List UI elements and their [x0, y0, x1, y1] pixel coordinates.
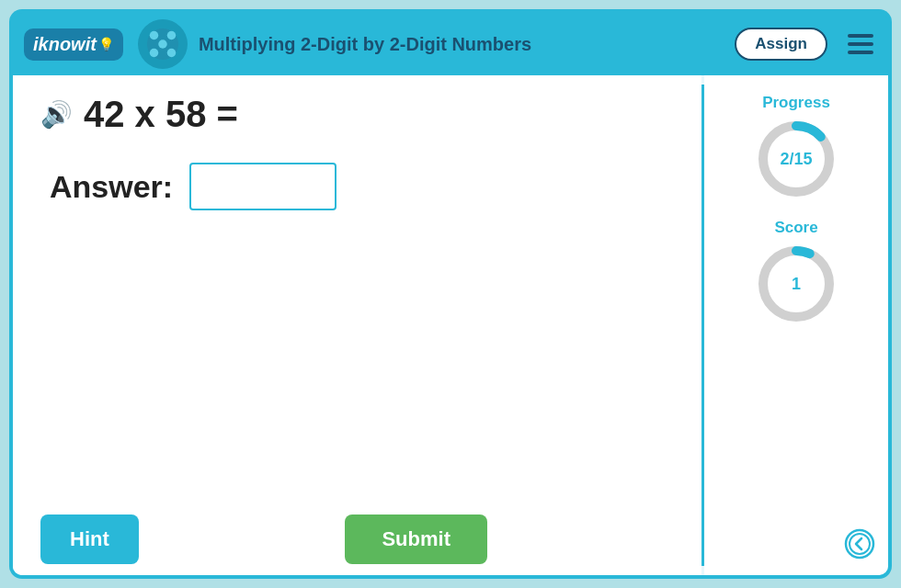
question-text: 42 x 58 = — [84, 94, 238, 135]
film-icon — [145, 27, 180, 62]
side-panel: Progress 2/15 Score — [704, 75, 888, 575]
svg-point-1 — [150, 31, 159, 40]
back-button[interactable] — [844, 528, 875, 566]
answer-row: Answer: — [50, 163, 674, 210]
menu-line-3 — [848, 51, 873, 54]
score-donut: 1 — [755, 243, 838, 325]
score-label: Score — [774, 219, 817, 237]
assign-button[interactable]: Assign — [735, 28, 827, 61]
menu-button[interactable] — [844, 30, 877, 58]
progress-label: Progress — [762, 94, 830, 112]
question-row: 🔊 42 x 58 = — [40, 94, 674, 135]
page-title: Multiplying 2-Digit by 2-Digit Numbers — [199, 34, 724, 55]
progress-donut: 2/15 — [755, 118, 838, 200]
app-frame: iknowit 💡 Multiplying 2-Digit by 2-Digit… — [9, 9, 892, 579]
answer-input[interactable] — [189, 163, 336, 210]
score-block: Score 1 — [755, 219, 838, 325]
menu-line-2 — [848, 42, 873, 46]
svg-point-4 — [167, 49, 177, 58]
content-area: 🔊 42 x 58 = Answer: Hint Submit Progress — [13, 75, 888, 575]
svg-point-5 — [158, 40, 167, 49]
answer-label: Answer: — [50, 169, 173, 205]
submit-button[interactable]: Submit — [345, 514, 487, 564]
activity-icon — [138, 19, 188, 69]
svg-point-2 — [167, 31, 177, 40]
sound-icon[interactable]: 🔊 — [40, 99, 73, 130]
score-value: 1 — [792, 275, 801, 294]
back-icon — [844, 528, 875, 560]
main-panel: 🔊 42 x 58 = Answer: Hint Submit — [13, 75, 701, 575]
progress-value: 2/15 — [780, 150, 812, 169]
logo: iknowit 💡 — [24, 28, 123, 61]
header: iknowit 💡 Multiplying 2-Digit by 2-Digit… — [13, 13, 888, 75]
svg-point-3 — [150, 49, 159, 58]
hint-button[interactable]: Hint — [40, 514, 139, 564]
svg-point-11 — [850, 534, 870, 554]
logo-text: iknowit — [33, 34, 97, 55]
progress-block: Progress 2/15 — [755, 94, 838, 200]
logo-bulb-icon: 💡 — [98, 37, 114, 51]
bottom-bar: Hint Submit — [13, 503, 515, 575]
menu-line-1 — [848, 34, 873, 38]
